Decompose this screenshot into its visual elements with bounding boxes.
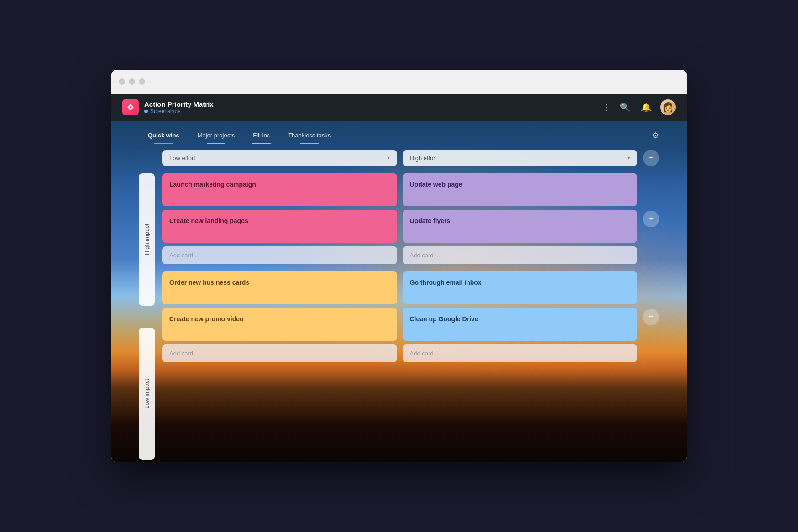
titlebar bbox=[111, 70, 687, 94]
add-card-high-high[interactable]: Add card ... bbox=[403, 246, 638, 264]
header-menu-icon[interactable]: ⋮ bbox=[603, 102, 611, 112]
columns-area: Low effort ▾ High effort ▾ + bbox=[162, 150, 659, 362]
subtitle-dot bbox=[144, 110, 148, 113]
card-clean-google-drive[interactable]: Clean up Google Drive bbox=[403, 308, 638, 341]
col-header-low-effort[interactable]: Low effort ▾ bbox=[162, 150, 397, 166]
chevron-down-icon: ▾ bbox=[387, 155, 390, 161]
minimize-button[interactable] bbox=[129, 78, 135, 85]
tab-underline-major bbox=[207, 143, 225, 144]
bell-icon: 🔔 bbox=[641, 103, 651, 112]
plus-icon-row1: + bbox=[648, 214, 654, 224]
close-button[interactable] bbox=[119, 78, 125, 85]
chevron-down-icon-2: ▾ bbox=[627, 155, 630, 161]
card-update-webpage[interactable]: Update web page bbox=[403, 173, 638, 206]
traffic-lights bbox=[119, 78, 145, 85]
card-update-flyers[interactable]: Update flyers bbox=[403, 210, 638, 243]
settings-button[interactable]: ⚙ bbox=[652, 130, 659, 141]
card-launch-marketing[interactable]: Launch marketing campaign bbox=[162, 173, 397, 206]
low-impact-high-effort-column: Go through email inbox Clean up Google D… bbox=[403, 271, 638, 362]
notifications-button[interactable]: 🔔 bbox=[639, 100, 653, 114]
tabs-row: Quick wins Major projects Fill ins Thank… bbox=[139, 121, 659, 142]
tab-fill-ins[interactable]: Fill ins bbox=[244, 128, 279, 142]
add-row-section-button-2[interactable]: + bbox=[643, 309, 659, 325]
plus-icon-row2: + bbox=[648, 312, 654, 322]
add-row-button[interactable]: + bbox=[165, 462, 182, 462]
app-logo bbox=[122, 99, 139, 115]
app-title: Action Priority Matrix bbox=[144, 100, 603, 108]
bottom-add-area: + bbox=[139, 462, 659, 462]
header-actions: 🔍 🔔 👩 bbox=[618, 99, 676, 115]
add-row-section-button-1[interactable]: + bbox=[643, 211, 659, 227]
tab-underline-thankless bbox=[300, 143, 319, 144]
gear-icon: ⚙ bbox=[652, 131, 659, 140]
app-content: Action Priority Matrix Screenshots ⋮ 🔍 🔔… bbox=[111, 94, 687, 462]
low-impact-row: Order new business cards Create new prom… bbox=[162, 271, 659, 362]
add-card-high-low[interactable]: Add card ... bbox=[162, 246, 397, 264]
subtitle-text: Screenshots bbox=[150, 108, 181, 115]
row-label-low-impact: Low impact bbox=[139, 328, 155, 460]
matrix-container: High impact Low impact Low effort ▾ bbox=[139, 150, 659, 460]
high-impact-row: Launch marketing campaign Create new lan… bbox=[162, 173, 659, 264]
tab-major-projects[interactable]: Major projects bbox=[189, 128, 244, 142]
app-subtitle: Screenshots bbox=[144, 108, 603, 115]
column-headers: Low effort ▾ High effort ▾ + bbox=[162, 150, 659, 166]
main-area: Quick wins Major projects Fill ins Thank… bbox=[111, 121, 687, 462]
maximize-button[interactable] bbox=[139, 78, 145, 85]
high-impact-low-effort-column: Launch marketing campaign Create new lan… bbox=[162, 173, 397, 264]
tab-thankless-tasks[interactable]: Thankless tasks bbox=[279, 128, 340, 142]
tab-underline-fill bbox=[252, 143, 271, 144]
low-impact-low-effort-column: Order new business cards Create new prom… bbox=[162, 271, 397, 362]
high-impact-high-effort-column: Update web page Update flyers Add card .… bbox=[403, 173, 638, 264]
search-button[interactable]: 🔍 bbox=[618, 100, 632, 114]
col-header-high-effort[interactable]: High effort ▾ bbox=[403, 150, 638, 166]
search-icon: 🔍 bbox=[620, 103, 630, 112]
card-create-landing[interactable]: Create new landing pages bbox=[162, 210, 397, 243]
app-window: Action Priority Matrix Screenshots ⋮ 🔍 🔔… bbox=[111, 70, 687, 462]
add-card-low-low[interactable]: Add card ... bbox=[162, 344, 397, 362]
plus-icon: + bbox=[648, 153, 654, 163]
tab-quick-wins[interactable]: Quick wins bbox=[139, 128, 189, 142]
card-create-promo-video[interactable]: Create new promo video bbox=[162, 308, 397, 341]
add-column-button[interactable]: + bbox=[643, 150, 659, 166]
card-order-business-cards[interactable]: Order new business cards bbox=[162, 271, 397, 304]
app-header: Action Priority Matrix Screenshots ⋮ 🔍 🔔… bbox=[111, 94, 687, 121]
col-header-spacer bbox=[139, 150, 155, 166]
app-title-area: Action Priority Matrix Screenshots bbox=[144, 100, 603, 115]
row-labels: High impact Low impact bbox=[139, 150, 155, 460]
tab-underline-quick bbox=[154, 143, 173, 144]
user-avatar[interactable]: 👩 bbox=[660, 99, 676, 115]
card-go-through-email[interactable]: Go through email inbox bbox=[403, 271, 638, 304]
row-label-high-impact: High impact bbox=[139, 173, 155, 306]
add-card-low-high[interactable]: Add card ... bbox=[403, 344, 638, 362]
